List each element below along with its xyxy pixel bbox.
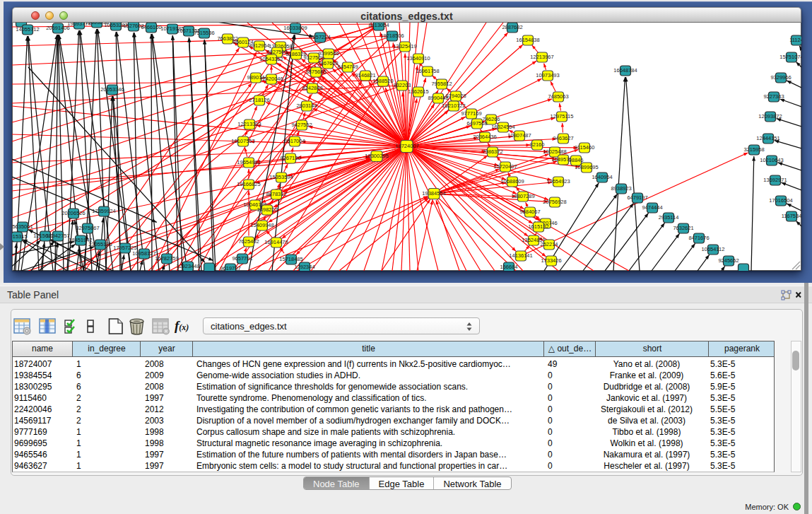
- svg-text:252214: 252214: [540, 241, 558, 247]
- svg-text:9399546: 9399546: [318, 50, 339, 57]
- svg-text:16107553: 16107553: [231, 138, 254, 144]
- svg-text:1498222: 1498222: [257, 206, 277, 213]
- svg-text:9474444: 9474444: [642, 204, 662, 211]
- svg-text:8471676: 8471676: [688, 235, 709, 241]
- svg-text:17359924: 17359924: [92, 208, 115, 214]
- svg-text:1292344: 1292344: [294, 264, 314, 270]
- svg-text:23055135: 23055135: [88, 241, 112, 247]
- svg-text:7632621: 7632621: [673, 225, 693, 231]
- svg-text:8242848: 8242848: [302, 85, 322, 91]
- svg-text:18807289: 18807289: [511, 193, 534, 199]
- svg-text:16961758: 16961758: [416, 68, 439, 74]
- svg-text:8813054: 8813054: [368, 23, 389, 28]
- svg-text:166684: 166684: [500, 264, 517, 270]
- svg-text:7986372: 7986372: [482, 148, 502, 155]
- svg-text:19654982: 19654982: [237, 159, 260, 165]
- svg-text:15751074: 15751074: [779, 54, 801, 60]
- svg-text:9777169: 9777169: [461, 110, 481, 117]
- svg-text:832203: 832203: [393, 82, 411, 88]
- svg-text:19384554: 19384554: [422, 190, 445, 197]
- svg-text:9463627: 9463627: [553, 135, 573, 141]
- svg-text:9245652: 9245652: [718, 257, 739, 264]
- svg-text:6466160: 6466160: [141, 24, 161, 30]
- svg-text:15409948: 15409948: [250, 222, 273, 228]
- svg-text:16154838: 16154838: [516, 37, 539, 43]
- svg-text:12975115: 12975115: [551, 113, 574, 119]
- svg-text:3215958: 3215958: [743, 146, 764, 153]
- svg-text:9115460: 9115460: [575, 144, 595, 151]
- svg-text:10899695: 10899695: [575, 164, 598, 170]
- svg-text:16033809: 16033809: [283, 25, 307, 31]
- svg-text:9657791: 9657791: [232, 255, 252, 262]
- svg-text:1615132: 1615132: [528, 223, 548, 230]
- svg-text:8454749: 8454749: [337, 64, 358, 70]
- svg-text:6794028: 6794028: [445, 93, 466, 99]
- svg-text:16782759: 16782759: [155, 255, 178, 262]
- svg-text:10807487: 10807487: [507, 132, 531, 139]
- svg-text:12213967: 12213967: [530, 54, 553, 60]
- svg-text:16210722: 16210722: [442, 103, 465, 109]
- svg-text:15353594: 15353594: [269, 174, 293, 180]
- svg-text:1167534: 1167534: [782, 213, 801, 219]
- svg-text:19166825: 19166825: [237, 181, 260, 187]
- svg-text:12923448: 12923448: [176, 263, 199, 269]
- svg-text:1640954: 1640954: [592, 174, 612, 180]
- svg-text:9619797: 9619797: [220, 265, 240, 271]
- svg-text:8938923: 8938923: [611, 185, 631, 192]
- svg-text:14055712: 14055712: [16, 26, 39, 33]
- svg-text:1733426: 1733426: [541, 257, 561, 264]
- svg-text:16648784: 16648784: [613, 67, 637, 74]
- svg-text:2935114: 2935114: [659, 214, 679, 221]
- svg-text:8267130: 8267130: [280, 155, 300, 161]
- svg-text:9227343: 9227343: [763, 93, 784, 100]
- svg-text:7515536: 7515536: [194, 30, 214, 36]
- svg-text:82160: 82160: [530, 141, 545, 148]
- svg-text:20364436: 20364436: [473, 134, 496, 140]
- svg-text:98846: 98846: [569, 157, 584, 163]
- svg-text:20206526: 20206526: [61, 210, 85, 216]
- svg-text:18724007: 18724007: [395, 143, 418, 149]
- svg-text:32975867: 32975867: [76, 225, 99, 231]
- svg-text:7485063: 7485063: [548, 93, 568, 100]
- svg-text:7625402: 7625402: [238, 238, 259, 245]
- svg-text:20756928: 20756928: [543, 199, 566, 205]
- svg-text:10654112: 10654112: [702, 246, 725, 252]
- svg-text:1362615: 1362615: [408, 88, 428, 95]
- svg-text:9329966: 9329966: [770, 74, 791, 81]
- svg-text:12942757: 12942757: [46, 233, 69, 239]
- svg-text:10025488: 10025488: [543, 148, 566, 155]
- svg-text:20053346: 20053346: [100, 86, 124, 93]
- svg-text:13640910: 13640910: [406, 55, 430, 62]
- svg-text:19218506: 19218506: [380, 33, 404, 39]
- svg-text:20691406: 20691406: [46, 25, 69, 31]
- svg-text:10543362: 10543362: [259, 56, 283, 62]
- svg-text:12444151: 12444151: [756, 135, 779, 141]
- svg-text:15718485: 15718485: [279, 256, 302, 262]
- svg-text:14136141: 14136141: [509, 252, 532, 259]
- svg-text:12213303: 12213303: [237, 121, 261, 127]
- svg-text:17016504: 17016504: [769, 197, 792, 204]
- svg-text:7955812: 7955812: [431, 81, 452, 87]
- svg-text:989014: 989014: [247, 74, 264, 81]
- svg-text:11124: 11124: [789, 37, 801, 43]
- svg-text:16914479: 16914479: [264, 239, 288, 245]
- svg-text:1588520: 1588520: [372, 78, 393, 84]
- svg-text:2803144: 2803144: [296, 103, 317, 109]
- svg-text:6479197: 6479197: [627, 194, 647, 201]
- svg-text:10210643: 10210643: [760, 157, 783, 163]
- svg-text:2867608: 2867608: [317, 60, 338, 66]
- svg-text:16324554: 16324554: [491, 124, 514, 130]
- svg-text:10688609: 10688609: [500, 178, 524, 185]
- svg-text:10973493: 10973493: [536, 72, 559, 78]
- svg-text:8878312: 8878312: [266, 191, 286, 197]
- svg-text:13692971: 13692971: [763, 177, 787, 183]
- svg-text:10958127: 10958127: [132, 250, 155, 257]
- svg-text:9684067: 9684067: [519, 209, 540, 215]
- svg-text:5635061: 5635061: [12, 223, 33, 230]
- svg-text:6497568: 6497568: [466, 120, 487, 127]
- svg-text:2887682: 2887682: [502, 24, 522, 30]
- svg-text:12093872: 12093872: [758, 113, 782, 119]
- svg-text:7857224: 7857224: [310, 34, 330, 40]
- svg-text:19654923: 19654923: [546, 178, 570, 185]
- svg-text:2718126: 2718126: [249, 97, 269, 103]
